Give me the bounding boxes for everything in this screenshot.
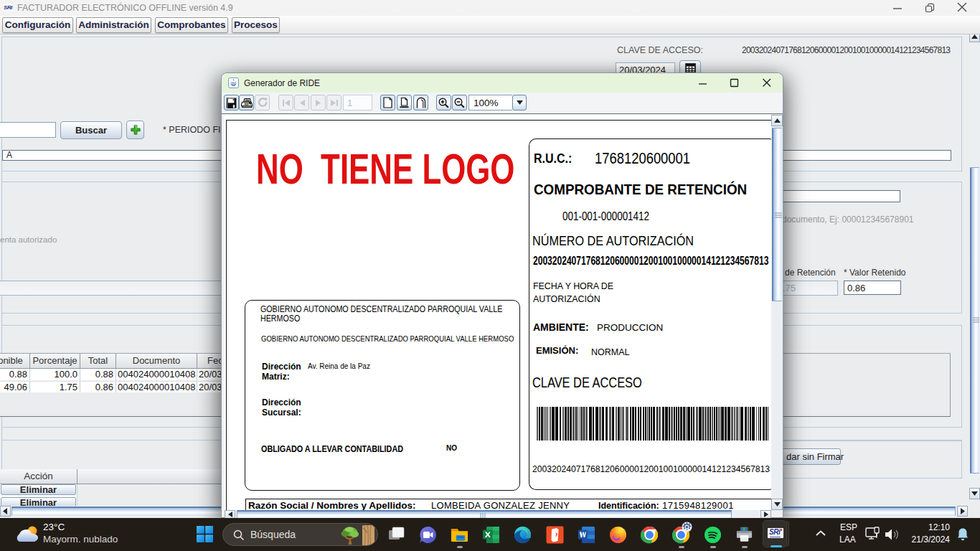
main-vscrollbar[interactable] xyxy=(969,34,980,499)
modal-vscroll-up-button[interactable] xyxy=(771,115,783,126)
clave-acceso-doc-value: 2003202407176812060000120010010000014121… xyxy=(532,463,770,474)
table-cell[interactable]: 0.86 xyxy=(80,381,116,392)
actual-size-button[interactable] xyxy=(380,95,395,110)
razon-row-value: LOMBEIDA GONZALEZ JENNY xyxy=(431,500,570,510)
fecha-aut-line1: FECHA Y HORA DE xyxy=(533,281,613,291)
next-page-button[interactable] xyxy=(311,95,326,110)
menu-comprobantes[interactable]: Comprobantes xyxy=(155,17,228,33)
task-view-button[interactable] xyxy=(388,526,406,544)
menu-configuracion[interactable]: Configuración xyxy=(2,17,73,33)
col-header-documento[interactable]: Documento xyxy=(116,354,197,369)
main-menubar: Configuración Administración Comprobante… xyxy=(0,16,980,34)
buscar-button[interactable]: Buscar xyxy=(60,121,122,139)
tray-chevron-icon[interactable] xyxy=(815,529,826,539)
col-header-accion[interactable]: Acción xyxy=(0,469,77,484)
modal-close-button[interactable] xyxy=(762,77,772,88)
first-page-button[interactable] xyxy=(278,95,293,110)
main-hscroll-left-button[interactable] xyxy=(0,506,11,517)
printer-active-indicator xyxy=(742,546,748,548)
table-cell[interactable]: 100.0 xyxy=(30,369,80,380)
modal-vscroll-down-button[interactable] xyxy=(771,499,783,510)
zoom-level-value: 100% xyxy=(473,98,499,108)
modal-maximize-button[interactable] xyxy=(730,77,740,88)
weather-desc: Mayorm. nublado xyxy=(43,534,118,545)
tray-language-line1[interactable]: ESP xyxy=(840,522,857,532)
zoom-dropdown-button[interactable] xyxy=(512,95,527,110)
razon-row-label: Razón Social / Nombres y Apellidos: xyxy=(248,500,416,510)
page-number-field[interactable]: 1 xyxy=(343,95,372,110)
main-close-button[interactable] xyxy=(956,1,969,14)
print-button[interactable] xyxy=(239,95,254,110)
main-restore-button[interactable] xyxy=(924,2,936,14)
add-button[interactable] xyxy=(126,121,144,139)
modal-minimize-button[interactable] xyxy=(698,78,708,88)
save-button[interactable] xyxy=(224,95,239,110)
ruc-value: 1768120600001 xyxy=(595,149,690,168)
search-box[interactable]: Búsqueda xyxy=(222,523,378,546)
accion-cell: Eliminar xyxy=(0,484,77,496)
zoom-in-button[interactable] xyxy=(436,95,451,110)
main-minimize-button[interactable] xyxy=(892,2,903,14)
tray-notification-bell-icon[interactable] xyxy=(956,527,969,542)
firefox-button[interactable] xyxy=(609,526,627,544)
search-bing-image xyxy=(341,525,377,546)
tray-clock-date[interactable]: 21/3/2024 xyxy=(905,534,950,545)
sri-icon-underline xyxy=(770,537,781,538)
main-vscroll-down-button[interactable] xyxy=(969,488,980,499)
chat-button[interactable] xyxy=(419,526,437,544)
menu-administracion[interactable]: Administración xyxy=(76,17,151,33)
col-header-porcentaje[interactable]: Porcentaje xyxy=(30,354,80,369)
left-arrow-icon xyxy=(3,508,8,514)
prev-page-button[interactable] xyxy=(294,95,309,110)
word-button[interactable] xyxy=(578,526,595,544)
prev-page-icon xyxy=(299,100,305,106)
sri-logo-label: SRi xyxy=(4,4,12,11)
table-cell[interactable]: 004024000010408 xyxy=(116,381,197,392)
spotify-button[interactable] xyxy=(704,526,722,544)
table-cell[interactable]: 1.75 xyxy=(30,381,80,392)
modal-vscroll-thumb[interactable] xyxy=(772,128,782,301)
col-header-total[interactable]: Total xyxy=(80,354,116,369)
printer-app-button[interactable] xyxy=(735,526,753,544)
modal-vscrollbar[interactable] xyxy=(771,115,783,510)
zoom-out-button[interactable] xyxy=(452,95,467,110)
tray-volume-icon[interactable] xyxy=(885,527,902,542)
col-header-disponible[interactable]: Disponible xyxy=(0,354,30,369)
main-vscroll-up-button[interactable] xyxy=(969,34,980,42)
sri-icon-red-dot xyxy=(781,529,783,531)
fit-width-button[interactable] xyxy=(413,95,428,110)
weather-icon xyxy=(14,524,40,545)
fit-page-button[interactable] xyxy=(397,95,412,110)
file-explorer-button[interactable] xyxy=(451,526,468,544)
tray-language-line2[interactable]: LAA xyxy=(839,534,856,545)
chrome-button[interactable] xyxy=(641,526,659,544)
sri-active-indicator xyxy=(771,545,782,548)
table-cell[interactable]: 0.88 xyxy=(0,369,30,380)
weather-widget[interactable]: 23°C Mayorm. nublado xyxy=(7,518,187,551)
last-page-button[interactable] xyxy=(326,95,341,110)
menu-procesos[interactable]: Procesos xyxy=(232,17,280,33)
zoom-level-field[interactable]: 100% xyxy=(468,95,512,110)
ambiente-label: AMBIENTE: xyxy=(533,321,589,333)
main-hscroll-right-button[interactable] xyxy=(957,506,968,517)
table-cell[interactable]: 004024000010408 xyxy=(116,369,197,380)
documento-hint: documento, Ej: 000012345678901 xyxy=(782,215,914,225)
table-cell[interactable]: 49.06 xyxy=(0,381,30,392)
table-cell[interactable]: 0.88 xyxy=(80,369,116,380)
tray-hardware-icon[interactable] xyxy=(865,527,882,542)
eliminar-button[interactable]: Eliminar xyxy=(1,484,76,495)
tray-clock-time[interactable]: 12:10 xyxy=(920,522,950,532)
reload-button[interactable] xyxy=(255,95,270,110)
plus-icon xyxy=(131,125,141,135)
excel-button[interactable] xyxy=(482,526,500,544)
thumb-grip-icon xyxy=(973,317,979,323)
chrome-profile-button[interactable] xyxy=(672,526,694,546)
search-field[interactable] xyxy=(0,122,56,138)
valor-retenido-input[interactable]: 0.86 xyxy=(844,281,901,295)
edge-button[interactable] xyxy=(514,526,532,544)
campo-largo-value: A xyxy=(6,150,12,160)
main-vscroll-thumb[interactable] xyxy=(970,167,979,474)
nitro-pdf-button[interactable] xyxy=(546,526,564,544)
sri-taskbar-button[interactable]: SRi xyxy=(763,520,787,547)
start-button[interactable] xyxy=(197,526,213,542)
